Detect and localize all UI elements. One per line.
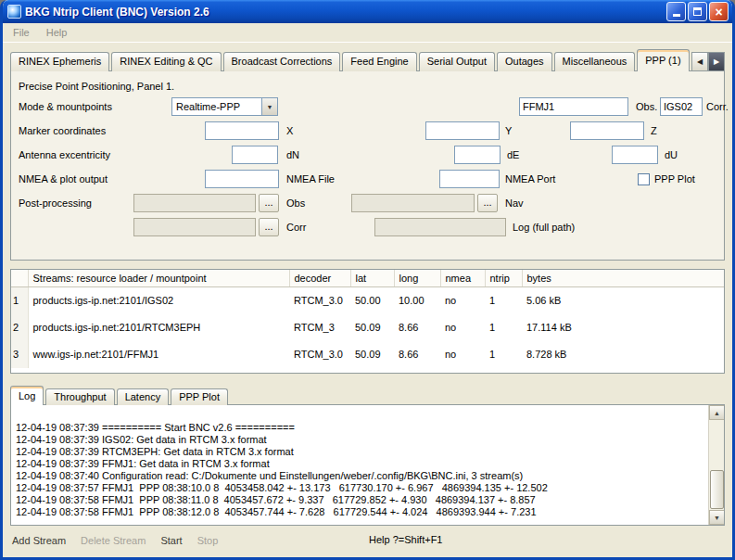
- tab-outages[interactable]: Outages: [497, 52, 552, 71]
- maximize-icon: [693, 7, 702, 16]
- ppp-plot-checkbox[interactable]: [638, 173, 650, 185]
- tab-miscellaneous[interactable]: Miscellaneous: [554, 52, 636, 71]
- post-nav-label: Nav: [505, 197, 524, 209]
- tab-rinex-editing-qc[interactable]: RINEX Editing & QC: [111, 52, 221, 71]
- app-icon: [7, 5, 21, 19]
- stream-decoder: RTCM_3.0: [289, 287, 350, 314]
- antenna-label: Antenna excentricity: [19, 149, 110, 160]
- tab-scroll-arrows: ◀ ▶: [691, 52, 725, 71]
- tab-throughput[interactable]: Throughput: [45, 388, 114, 405]
- post-corr-browse-button[interactable]: ...: [259, 218, 279, 236]
- ppp-plot-label: PPP Plot: [654, 173, 695, 185]
- ppp-mode-select[interactable]: Realtime-PPP ▼: [171, 97, 278, 116]
- menu-bar: File Help: [3, 23, 732, 43]
- add-stream-button[interactable]: Add Stream: [12, 535, 66, 546]
- nmea-port-input[interactable]: [439, 170, 500, 188]
- close-icon: ×: [715, 6, 722, 19]
- log-line: 12-04-19 08:37:39 IGS02: Get data in RTC…: [16, 434, 703, 446]
- post-nav-browse-button[interactable]: ...: [477, 194, 498, 212]
- corr-mountpoint-input[interactable]: [660, 97, 703, 116]
- start-button[interactable]: Start: [160, 535, 182, 546]
- de-label: dE: [507, 149, 519, 160]
- scrollbar-thumb[interactable]: [710, 470, 724, 509]
- chevron-left-icon: ◀: [697, 57, 703, 66]
- z-label: Z: [651, 125, 657, 136]
- footer-bar: Add Stream Delete Stream Start Stop Help…: [3, 526, 732, 554]
- stream-bytes: 8.728 kB: [522, 341, 724, 368]
- ppp-mode-value: Realtime-PPP: [172, 101, 261, 112]
- marker-z-input[interactable]: [570, 121, 644, 140]
- antenna-dn-input[interactable]: [232, 146, 278, 164]
- post-corr-path-input[interactable]: [133, 218, 256, 236]
- marker-x-input[interactable]: [205, 121, 279, 140]
- delete-stream-button[interactable]: Delete Stream: [81, 535, 146, 546]
- post-log-path-input[interactable]: [374, 218, 506, 236]
- x-label: X: [286, 125, 293, 136]
- menu-file[interactable]: File: [5, 25, 38, 40]
- tab-ppp-plot[interactable]: PPP Plot: [171, 388, 228, 405]
- marker-y-input[interactable]: [425, 121, 500, 140]
- stream-long: 8.66: [394, 341, 440, 368]
- stream-mountpoint: products.igs-ip.net:2101/IGS02: [28, 287, 289, 314]
- app-window: BKG Ntrip Client (BNC) Version 2.6 × Fil…: [0, 0, 735, 560]
- post-obs-path-input[interactable]: [133, 194, 256, 212]
- scrollbar-down-button[interactable]: ▼: [709, 510, 725, 525]
- column-header-mountpoint[interactable]: Streams: resource loader / mountpoint: [28, 270, 289, 287]
- post-log-label: Log (full path): [513, 222, 575, 233]
- column-header-lat[interactable]: lat: [350, 270, 394, 287]
- tab-feed-engine[interactable]: Feed Engine: [342, 52, 416, 71]
- nmea-file-label: NMEA File: [286, 173, 335, 185]
- post-obs-browse-button[interactable]: ...: [259, 194, 279, 212]
- tab-log[interactable]: Log: [10, 386, 44, 405]
- stop-button[interactable]: Stop: [197, 535, 219, 546]
- stream-nmea: no: [440, 287, 485, 314]
- table-row[interactable]: 1 products.igs-ip.net:2101/IGS02 RTCM_3.…: [11, 287, 724, 314]
- obs-mountpoint-input[interactable]: [519, 97, 628, 116]
- menu-help[interactable]: Help: [38, 25, 76, 40]
- table-row[interactable]: 3 www.igs-ip.net:2101/FFMJ1 RTCM_3.0 50.…: [11, 341, 724, 368]
- arrow-down-icon: ▼: [714, 515, 720, 521]
- nmea-file-input[interactable]: [205, 170, 279, 188]
- log-output[interactable]: 12-04-19 08:37:39 ========== Start BNC v…: [11, 405, 708, 525]
- scrollbar-track[interactable]: ▲ ▼: [708, 405, 724, 525]
- stream-nmea: no: [440, 341, 485, 368]
- tab-scroll-right-button[interactable]: ▶: [708, 52, 725, 71]
- title-bar[interactable]: BKG Ntrip Client (BNC) Version 2.6 ×: [3, 0, 732, 23]
- y-label: Y: [505, 125, 512, 136]
- log-line: 12-04-19 08:37:39 RTCM3EPH: Get data in …: [16, 446, 703, 458]
- log-line: 12-04-19 08:37:57 FFMJ1 PPP 08:38:10.0 8…: [16, 482, 703, 494]
- post-processing-label: Post-processing: [19, 197, 92, 209]
- post-processing-row-2: ... Corr Log (full path): [11, 216, 724, 240]
- row-number-column-header: [11, 270, 28, 287]
- column-header-ntrip[interactable]: ntrip: [485, 270, 522, 287]
- maximize-button[interactable]: [688, 2, 707, 21]
- stream-lat: 50.09: [350, 314, 394, 341]
- scrollbar-up-button[interactable]: ▲: [709, 405, 725, 420]
- log-line: 12-04-19 08:37:40 Configuration read: C:…: [16, 470, 703, 482]
- tab-latency[interactable]: Latency: [117, 388, 170, 405]
- antenna-de-input[interactable]: [454, 146, 501, 164]
- tab-scroll-left-button[interactable]: ◀: [691, 52, 708, 71]
- tab-serial-output[interactable]: Serial Output: [419, 52, 495, 71]
- post-obs-label: Obs: [286, 197, 305, 209]
- close-button[interactable]: ×: [709, 2, 729, 21]
- column-header-decoder[interactable]: decoder: [289, 270, 350, 287]
- table-row[interactable]: 2 products.igs-ip.net:2101/RTCM3EPH RTCM…: [11, 314, 724, 341]
- antenna-du-input[interactable]: [612, 146, 658, 164]
- log-line: 12-04-19 08:37:58 FFMJ1 PPP 08:38:11.0 8…: [16, 494, 703, 506]
- stream-ntrip: 1: [485, 314, 522, 341]
- post-nav-path-input[interactable]: [351, 194, 475, 212]
- tab-ppp-1[interactable]: PPP (1): [637, 49, 689, 71]
- chevron-down-icon: ▼: [261, 98, 277, 115]
- tab-rinex-ephemeris[interactable]: RINEX Ephemeris: [10, 52, 109, 71]
- stream-nmea: no: [440, 314, 485, 341]
- column-header-nmea[interactable]: nmea: [440, 270, 485, 287]
- tab-broadcast-corrections[interactable]: Broadcast Corrections: [223, 52, 341, 71]
- log-line: 12-04-19 08:37:58 FFMJ1 PPP 08:38:12.0 8…: [16, 506, 703, 518]
- stream-lat: 50.09: [350, 341, 394, 368]
- log-panel: 12-04-19 08:37:39 ========== Start BNC v…: [10, 404, 725, 526]
- column-header-bytes[interactable]: bytes: [522, 270, 724, 287]
- post-processing-row-1: Post-processing ... Obs ... Nav: [11, 192, 724, 216]
- minimize-button[interactable]: [666, 2, 686, 21]
- column-header-long[interactable]: long: [394, 270, 440, 287]
